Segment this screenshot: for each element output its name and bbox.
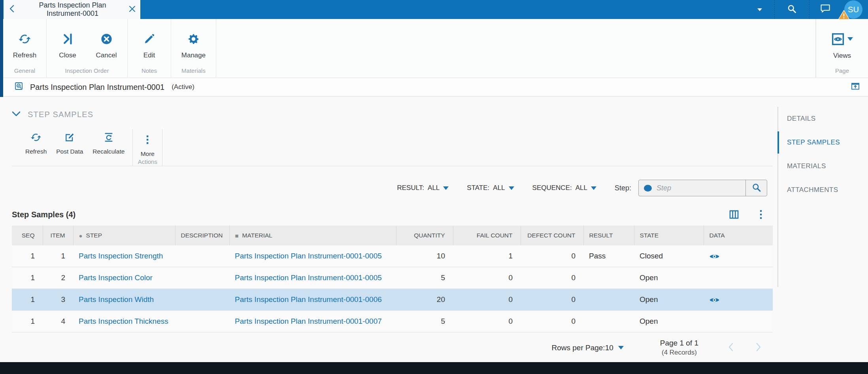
sidebar-item-step-samples[interactable]: STEP SAMPLES	[778, 131, 868, 154]
step-link[interactable]: Parts Inspection Thickness	[79, 317, 168, 325]
post-data-button[interactable]: Post Data	[52, 129, 87, 166]
topbar-actions: SU	[757, 0, 868, 19]
cancel-button[interactable]: Cancel	[88, 32, 125, 59]
column-header-quantity[interactable]: QUANTITY	[396, 226, 453, 245]
step-link[interactable]: Parts Inspection Strength	[79, 252, 163, 260]
column-header-fail-count[interactable]: FAIL COUNT	[453, 226, 521, 245]
column-header-label: FAIL COUNT	[477, 232, 513, 239]
cell-step: Parts Inspection Width	[73, 289, 175, 311]
toolbar-group-label: Materials	[181, 67, 206, 74]
recalculate-label: Recalculate	[92, 148, 125, 155]
material-link[interactable]: Parts Inspection Plan Instrument-0001-00…	[235, 252, 382, 260]
cell-material: Parts Inspection Plan Instrument-0001-00…	[229, 289, 396, 311]
cell-data	[704, 245, 773, 267]
material-link[interactable]: Parts Inspection Plan Instrument-0001-00…	[235, 295, 382, 304]
cell-fail-count: 1	[453, 245, 521, 267]
cell-defect-count: 0	[521, 311, 583, 332]
tab-title-line2: Instrument-0001	[47, 9, 98, 18]
column-header-step[interactable]: ●STEP	[73, 226, 175, 245]
columns-icon[interactable]	[728, 209, 740, 220]
more-icon	[142, 134, 153, 147]
column-header-label: ITEM	[50, 232, 65, 239]
column-header-label: DATA	[709, 232, 725, 239]
filter-sequence[interactable]: SEQUENCE:ALL	[532, 184, 596, 192]
column-header-material[interactable]: ■MATERIAL	[229, 226, 396, 245]
recalculate-button[interactable]: Recalculate	[89, 129, 128, 166]
column-header-result[interactable]: RESULT	[583, 226, 634, 245]
tab-close-icon[interactable]	[129, 6, 136, 14]
section-chevron-icon	[12, 111, 21, 118]
table-row[interactable]: 13Parts Inspection WidthParts Inspection…	[12, 289, 773, 311]
data-eye-icon[interactable]	[709, 253, 720, 260]
toolbar-group-label: Page	[835, 67, 849, 74]
data-eye-icon[interactable]	[709, 296, 720, 304]
search-icon[interactable]	[787, 4, 797, 16]
cell-state: Open	[634, 267, 704, 289]
step-search-button[interactable]	[745, 180, 767, 196]
table-row[interactable]: 11Parts Inspection StrengthParts Inspect…	[12, 245, 773, 267]
warning-icon[interactable]	[838, 9, 850, 22]
chat-icon[interactable]	[820, 4, 831, 15]
prev-page-icon[interactable]	[727, 342, 735, 354]
cell-quantity: 20	[396, 289, 453, 311]
views-button[interactable]: Views	[824, 32, 860, 60]
refresh-button[interactable]: Refresh	[7, 32, 43, 59]
column-header-description[interactable]: DESCRIPTION	[175, 226, 229, 245]
workspace-caret-icon[interactable]	[757, 6, 762, 13]
column-header-item[interactable]: ITEM	[43, 226, 73, 245]
column-header-data[interactable]: DATA	[704, 226, 773, 245]
page-tab[interactable]: Parts Inspection Plan Instrument-0001	[4, 0, 140, 19]
material-link[interactable]: Parts Inspection Plan Instrument-0001-00…	[235, 317, 382, 325]
cell-seq: 1	[12, 289, 43, 311]
filter-label: RESULT:	[397, 184, 424, 192]
caret-down-icon	[618, 346, 624, 349]
step-link[interactable]: Parts Inspection Width	[79, 295, 154, 304]
manage-button[interactable]: Manage	[175, 32, 212, 59]
column-header-state[interactable]: STATE	[634, 226, 704, 245]
cell-step: Parts Inspection Thickness	[73, 311, 175, 332]
next-page-icon[interactable]	[755, 342, 762, 354]
cell-data	[704, 267, 773, 289]
cell-seq: 1	[12, 245, 43, 267]
back-icon[interactable]	[8, 4, 16, 15]
more-label: More	[141, 150, 155, 158]
sidebar-item-details[interactable]: DETAILS	[778, 107, 868, 131]
page-number-text: Page 1 of 1	[660, 339, 698, 347]
sidebar-item-materials[interactable]: MATERIALS	[778, 154, 868, 178]
filter-label: STATE:	[467, 184, 489, 192]
cell-defect-count: 0	[521, 267, 583, 289]
top-bar: Parts Inspection Plan Instrument-0001 SU	[0, 0, 868, 19]
popout-icon[interactable]	[851, 82, 860, 93]
cell-description	[175, 311, 229, 332]
filter-value: ALL	[493, 184, 505, 192]
table-row[interactable]: 14Parts Inspection ThicknessParts Inspec…	[12, 311, 773, 332]
caret-down-icon	[591, 186, 596, 190]
user-avatar[interactable]: SU	[844, 0, 862, 19]
column-header-defect-count[interactable]: DEFECT COUNT	[521, 226, 583, 245]
close-button[interactable]: Close	[49, 32, 86, 59]
step-link[interactable]: Parts Inspection Color	[79, 273, 153, 282]
material-link[interactable]: Parts Inspection Plan Instrument-0001-00…	[235, 273, 382, 282]
filter-state[interactable]: STATE:ALL	[467, 184, 514, 192]
page-title: Parts Inspection Plan Instrument-0001	[30, 83, 164, 92]
tab-title: Parts Inspection Plan Instrument-0001	[16, 1, 129, 18]
kebab-icon[interactable]	[756, 209, 766, 220]
column-header-seq[interactable]: SEQ	[12, 226, 43, 245]
search-icon	[751, 182, 762, 194]
section-divider	[12, 166, 773, 166]
manage-button-label: Manage	[181, 51, 206, 59]
sidebar-item-attachments[interactable]: ATTACHMENTS	[778, 178, 868, 202]
samples-refresh-button[interactable]: Refresh	[21, 129, 51, 166]
filter-result[interactable]: RESULT:ALL	[397, 184, 449, 192]
pagination-bar: Rows per Page:10 Page 1 of 1 (4 Records)	[12, 339, 773, 357]
cell-seq: 1	[12, 311, 43, 332]
table-row[interactable]: 12Parts Inspection ColorParts Inspection…	[12, 267, 773, 289]
edit-button[interactable]: Edit	[131, 32, 168, 59]
more-button[interactable]: More	[137, 132, 159, 158]
toolbar-group-label: Inspection Order	[65, 67, 109, 74]
page-info: Page 1 of 1 (4 Records)	[660, 339, 698, 357]
step-samples-section-header[interactable]: STEP SAMPLES	[12, 110, 773, 119]
step-search-input[interactable]	[656, 184, 745, 193]
cell-description	[175, 267, 229, 289]
rows-per-page-dropdown[interactable]: Rows per Page:10	[551, 344, 623, 352]
